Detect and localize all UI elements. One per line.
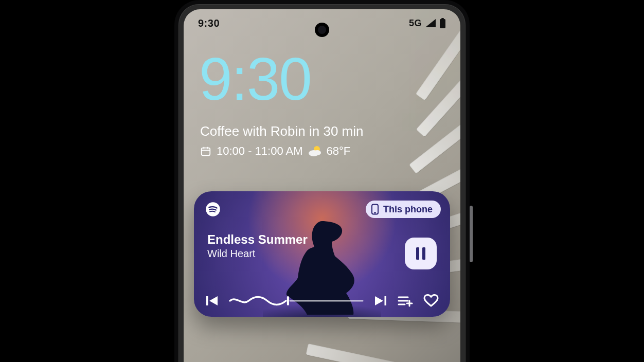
svg-point-8 xyxy=(314,150,321,155)
media-track-title: Endless Summer xyxy=(207,232,308,247)
media-artist: Wild Heart xyxy=(207,248,308,260)
svg-rect-0 xyxy=(441,18,444,19)
glance-temperature: 68°F xyxy=(327,144,351,158)
at-a-glance[interactable]: Coffee with Robin in 30 min 10:00 - 11:0… xyxy=(200,123,363,158)
partly-cloudy-icon xyxy=(308,145,321,157)
svg-rect-2 xyxy=(202,148,210,156)
spotify-icon xyxy=(205,202,221,217)
playlist-add-icon[interactable] xyxy=(398,295,413,307)
media-player-card[interactable]: This phone Endless Summer Wild Heart xyxy=(194,191,450,317)
svg-rect-13 xyxy=(416,247,419,260)
battery-full-icon xyxy=(439,18,446,28)
svg-rect-18 xyxy=(385,296,387,305)
output-device-label: This phone xyxy=(383,204,433,215)
phone-outline-icon xyxy=(371,204,379,215)
lockscreen-clock: 9:30 xyxy=(199,49,311,109)
statusbar-network-label: 5G xyxy=(409,18,422,29)
glance-headline: Coffee with Robin in 30 min xyxy=(200,123,363,139)
play-pause-button[interactable] xyxy=(405,238,437,269)
volume-button xyxy=(470,206,473,262)
skip-previous-icon[interactable] xyxy=(205,295,219,307)
calendar-icon xyxy=(200,146,211,157)
status-bar: 9:30 5G xyxy=(184,14,460,32)
svg-rect-16 xyxy=(287,296,289,305)
cellular-signal-icon xyxy=(425,19,436,28)
statusbar-time: 9:30 xyxy=(198,17,220,29)
heart-outline-icon[interactable] xyxy=(423,294,439,307)
svg-rect-1 xyxy=(440,19,445,28)
glance-time-range: 10:00 - 11:00 AM xyxy=(217,144,303,158)
svg-rect-15 xyxy=(206,296,208,305)
phone-screen[interactable]: 9:30 5G 9:30 Coffee with Robin in 30 min… xyxy=(184,9,460,362)
output-device-chip[interactable]: This phone xyxy=(366,201,441,218)
skip-next-icon[interactable] xyxy=(374,295,387,307)
pause-icon xyxy=(415,246,427,261)
svg-rect-14 xyxy=(422,247,425,260)
phone-mockup: 9:30 5G 9:30 Coffee with Robin in 30 min… xyxy=(174,0,470,362)
media-progress-slider[interactable] xyxy=(229,295,364,307)
